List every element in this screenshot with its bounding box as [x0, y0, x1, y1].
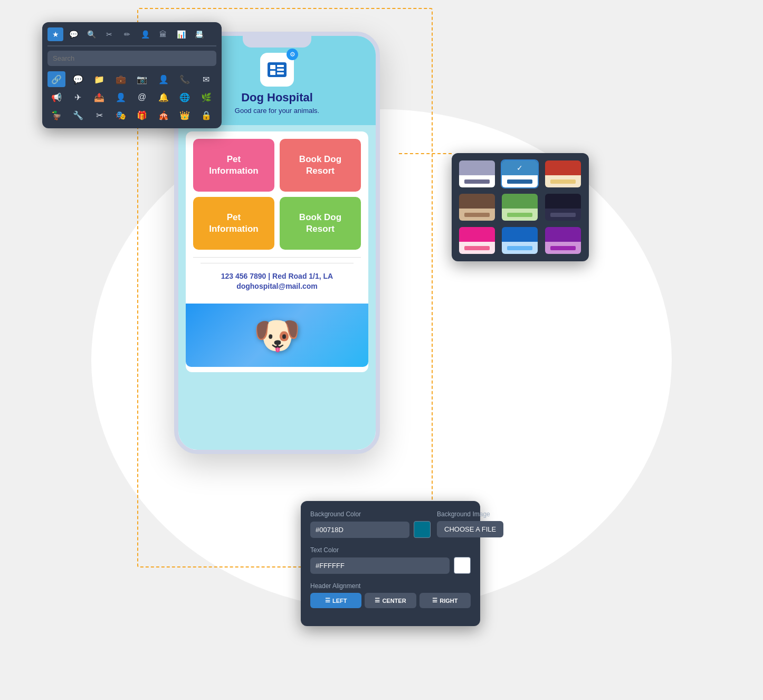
icon-cell-scissors[interactable]: ✂ — [90, 107, 108, 123]
connector-line — [399, 153, 452, 154]
icon-cell-folder[interactable]: 📁 — [90, 71, 108, 87]
bg-color-input[interactable] — [310, 522, 409, 538]
contact-email: doghospital@mail.com — [206, 282, 348, 290]
theme-swatch-6[interactable] — [544, 193, 582, 222]
app-icon: ⚙ — [260, 53, 294, 87]
align-left-button[interactable]: ☰ LEFT — [310, 593, 361, 608]
icon-tab-contact[interactable]: 👤 — [137, 27, 153, 41]
align-center-button[interactable]: ☰ CENTER — [365, 593, 416, 608]
icon-cell-briefcase[interactable]: 💼 — [112, 71, 130, 87]
app-grid: PetInformation Book DogResort PetInforma… — [193, 139, 361, 250]
icon-search-input[interactable] — [47, 51, 216, 66]
icon-cell-masks[interactable]: 🎭 — [112, 107, 130, 123]
settings-bg-color: Background Color — [310, 510, 431, 538]
bg-color-input-row — [310, 521, 431, 538]
svg-rect-2 — [270, 71, 275, 75]
icon-cell-send[interactable]: 📤 — [90, 89, 108, 105]
icon-grid: 🔗 💬 📁 💼 📷 👤 📞 ✉ 📢 ✈ 📤 👤 @ 🔔 🌐 🌿 🦆 🔧 ✂ 🎭 … — [47, 71, 216, 123]
contact-phone: 123 456 7890 | Red Road 1/1, LA — [206, 272, 348, 280]
svg-rect-5 — [277, 72, 284, 74]
icon-cell-user[interactable]: 👤 — [112, 89, 130, 105]
icon-cell-link[interactable]: 🔗 — [47, 71, 65, 87]
icon-tab-chat[interactable]: 💬 — [65, 27, 81, 41]
icon-picker-panel: ★ 💬 🔍 ✂ ✏ 👤 🏛 📊 📇 🔗 💬 📁 💼 📷 👤 📞 ✉ 📢 ✈ 📤 … — [42, 22, 222, 128]
gear-badge: ⚙ — [287, 49, 298, 60]
phone-notch — [243, 36, 311, 48]
settings-text-color: Text Color — [310, 546, 471, 574]
align-left-icon: ☰ — [325, 597, 330, 604]
settings-bg-image: Background Image CHOOSE A FILE — [437, 510, 503, 538]
grid-btn-pet-info-1[interactable]: PetInformation — [193, 139, 274, 192]
bg-color-label: Background Color — [310, 510, 431, 518]
dog-image: 🐶 — [186, 304, 368, 367]
choose-file-button[interactable]: CHOOSE A FILE — [437, 521, 503, 537]
theme-swatch-7[interactable] — [458, 226, 496, 255]
theme-swatch-2[interactable]: ✓ — [501, 159, 539, 188]
settings-alignment: Header Alignment ☰ LEFT ☰ CENTER ☰ RIGHT — [310, 582, 471, 608]
icon-tab-chart[interactable]: 📊 — [173, 27, 189, 41]
grid-btn-book-resort-2[interactable]: Book DogResort — [280, 197, 361, 250]
align-right-icon: ☰ — [432, 597, 437, 604]
svg-rect-3 — [277, 65, 284, 67]
settings-panel: Background Color Background Image CHOOSE… — [301, 501, 480, 626]
svg-rect-1 — [270, 65, 275, 69]
icon-cell-phone[interactable]: 📞 — [176, 71, 194, 87]
theme-swatch-3[interactable] — [544, 159, 582, 188]
text-color-input-row — [310, 557, 471, 574]
text-color-swatch[interactable] — [454, 557, 471, 574]
icon-cell-megaphone[interactable]: 📢 — [47, 89, 65, 105]
alignment-label: Header Alignment — [310, 582, 471, 590]
bg-image-label: Background Image — [437, 510, 503, 518]
icon-tab-search[interactable]: 🔍 — [83, 27, 99, 41]
icon-cell-crown[interactable]: 👑 — [176, 107, 194, 123]
icon-cell-circus[interactable]: 🎪 — [155, 107, 173, 123]
align-center-icon: ☰ — [375, 597, 380, 604]
theme-swatch-1[interactable] — [458, 159, 496, 188]
icon-tab-card[interactable]: 📇 — [191, 27, 207, 41]
svg-rect-4 — [277, 69, 284, 71]
grid-btn-book-resort-1[interactable]: Book DogResort — [280, 139, 361, 192]
align-right-button[interactable]: ☰ RIGHT — [419, 593, 471, 608]
theme-grid: ✓ — [458, 159, 583, 255]
text-color-input[interactable] — [310, 557, 450, 574]
icon-cell-lock[interactable]: 🔒 — [197, 107, 215, 123]
icon-cell-at[interactable]: @ — [133, 89, 151, 105]
icon-tab-building[interactable]: 🏛 — [155, 27, 171, 41]
icon-cell-plane[interactable]: ✈ — [69, 89, 87, 105]
text-color-label: Text Color — [310, 546, 471, 554]
icon-cell-camera[interactable]: 📷 — [133, 71, 151, 87]
grid-btn-pet-info-2[interactable]: PetInformation — [193, 197, 274, 250]
icon-tab-cut[interactable]: ✂ — [101, 27, 117, 41]
icon-cell-person[interactable]: 👤 — [155, 71, 173, 87]
icon-cell-email[interactable]: ✉ — [197, 71, 215, 87]
phone-contact-footer: 123 456 7890 | Red Road 1/1, LA doghospi… — [201, 263, 354, 296]
icon-cell-tools[interactable]: 🔧 — [69, 107, 87, 123]
icon-tab-favorites[interactable]: ★ — [47, 27, 63, 41]
icon-cell-bell[interactable]: 🔔 — [155, 89, 173, 105]
settings-color-row: Background Color Background Image CHOOSE… — [310, 510, 471, 546]
icon-cell-network[interactable]: 🌐 — [176, 89, 194, 105]
icon-cell-gift[interactable]: 🎁 — [133, 107, 151, 123]
icon-cell-chat[interactable]: 💬 — [69, 71, 87, 87]
alignment-buttons: ☰ LEFT ☰ CENTER ☰ RIGHT — [310, 593, 471, 608]
theme-swatch-8[interactable] — [501, 226, 539, 255]
theme-swatch-9[interactable] — [544, 226, 582, 255]
theme-swatch-5[interactable] — [501, 193, 539, 222]
theme-picker-panel: ✓ — [452, 153, 589, 261]
icon-tab-edit[interactable]: ✏ — [119, 27, 135, 41]
dog-illustration: 🐶 — [253, 313, 301, 358]
theme-swatch-4[interactable] — [458, 193, 496, 222]
bg-color-swatch[interactable] — [414, 521, 431, 538]
icon-cell-duck[interactable]: 🦆 — [47, 107, 65, 123]
icon-picker-tabs: ★ 💬 🔍 ✂ ✏ 👤 🏛 📊 📇 — [47, 27, 216, 46]
icon-cell-branch[interactable]: 🌿 — [197, 89, 215, 105]
